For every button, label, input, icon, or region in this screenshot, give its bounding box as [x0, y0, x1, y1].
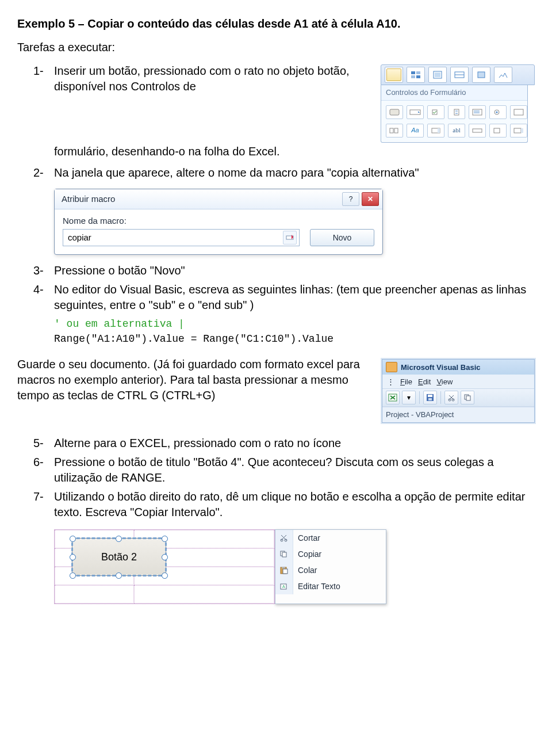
step-4-text: No editor do Visual Basic, escreva as se… — [54, 282, 535, 313]
svg-rect-0 — [411, 71, 415, 74]
svg-rect-39 — [282, 552, 286, 557]
form-control-spin-icon[interactable] — [448, 105, 465, 119]
form-control-r2-1[interactable] — [386, 124, 403, 138]
form-control-label-icon[interactable]: Aa — [407, 124, 424, 138]
svg-rect-13 — [473, 109, 482, 115]
vba-menubar[interactable]: ⋮ File Edit View — [382, 375, 534, 388]
svg-rect-3 — [416, 75, 420, 78]
code-cursor: | — [178, 318, 185, 330]
ribbon-icon-4[interactable] — [450, 67, 469, 83]
step-7-text: Utilizando o botão direito do rato, dê u… — [54, 489, 535, 520]
step-1b-text: formulário, desenhando-o na folha do Exc… — [54, 144, 535, 159]
form-control-list-icon[interactable] — [469, 105, 486, 119]
ribbon-icon-2[interactable] — [407, 67, 425, 83]
vba-project-pane-title: Project - VBAProject — [382, 407, 534, 422]
vba-window-title: Microsoft Visual Basic — [401, 362, 480, 373]
ribbon-icon-5[interactable] — [472, 67, 490, 83]
svg-rect-5 — [435, 72, 440, 77]
context-menu-item-label: Copiar — [293, 549, 326, 560]
context-menu-colar[interactable]: Colar — [275, 562, 386, 578]
vba-toolbar: ▾ — [382, 388, 534, 407]
form-control-check-icon[interactable] — [427, 105, 444, 119]
svg-rect-35 — [466, 396, 470, 400]
svg-rect-23 — [473, 129, 482, 132]
worksheet-button-label: Botão 2 — [101, 550, 137, 564]
step-3-num: 3- — [33, 263, 54, 278]
ribbon-icon-1[interactable] — [385, 67, 403, 83]
vba-window: Microsoft Visual Basic ⋮ File Edit View … — [382, 359, 535, 423]
vba-menu-bullet: ⋮ — [387, 377, 394, 387]
collapse-dialog-icon[interactable] — [283, 231, 297, 245]
macro-name-value: copiar — [68, 232, 91, 243]
svg-rect-31 — [428, 398, 432, 400]
svg-rect-24 — [494, 128, 500, 133]
form-control-group-icon[interactable] — [510, 105, 527, 119]
worksheet-button-shape[interactable]: Botão 2 — [72, 538, 166, 576]
step-5-text: Alterne para o EXCEL, pressionado com o … — [54, 436, 341, 451]
vba-code-snippet: ' ou em alternativa | Range("A1:A10").Va… — [54, 316, 535, 346]
step-7-num: 7- — [33, 489, 54, 520]
step-6-num: 6- — [33, 455, 54, 486]
paste-icon — [279, 566, 289, 575]
svg-rect-2 — [411, 75, 415, 78]
edit-text-icon: A — [279, 582, 289, 591]
svg-rect-41 — [282, 567, 285, 568]
svg-rect-8 — [478, 72, 485, 78]
form-control-r2-3[interactable] — [427, 124, 444, 138]
dialog-close-button[interactable]: ✕ — [362, 192, 379, 206]
step-6-text: Pressione o botão de titulo "Botão 4". Q… — [54, 455, 535, 486]
svg-rect-18 — [514, 109, 523, 115]
svg-rect-9 — [390, 109, 399, 115]
copy-icon — [279, 549, 289, 559]
ribbon-icon-3[interactable] — [428, 67, 447, 83]
vba-cut-icon[interactable] — [444, 391, 458, 404]
excel-switch-icon[interactable] — [386, 391, 400, 404]
vba-menu-edit[interactable]: Edit — [418, 377, 431, 387]
novo-button[interactable]: Novo — [310, 229, 374, 246]
form-control-button-icon[interactable] — [386, 105, 403, 119]
step-5-num: 5- — [33, 436, 54, 451]
ribbon-row — [381, 64, 535, 85]
form-control-r2-6[interactable] — [489, 124, 507, 138]
form-control-combo-icon[interactable] — [407, 105, 424, 119]
svg-point-17 — [496, 111, 497, 113]
vba-toolbar-drop[interactable]: ▾ — [402, 391, 416, 404]
excel-worksheet-sample: Botão 2 — [54, 529, 275, 604]
context-menu-editar-texto[interactable]: A Editar Texto — [275, 578, 386, 594]
svg-rect-30 — [428, 395, 432, 397]
vba-logo-icon — [386, 362, 397, 372]
dialog-help-button[interactable]: ? — [342, 192, 359, 206]
svg-rect-22 — [438, 128, 440, 133]
assign-macro-dialog: Atribuir macro ? ✕ Nome da macro: copiar… — [54, 189, 383, 255]
svg-rect-20 — [394, 128, 398, 133]
gallery-title: Controlos do Formulário — [381, 85, 527, 101]
step-3-text: Pressione o botão "Novo" — [54, 263, 185, 278]
step-1-text: Inserir um botão, pressionado com o rato… — [54, 63, 374, 94]
step-2-num: 2- — [33, 165, 54, 181]
macro-name-input[interactable]: copiar — [63, 229, 300, 246]
vba-copy-icon[interactable] — [461, 391, 474, 404]
step-1-num: 1- — [33, 63, 54, 94]
form-control-r2-5[interactable] — [469, 124, 486, 138]
tasks-intro: Tarefas a executar: — [17, 40, 535, 55]
form-controls-gallery: Controlos do Formulário Aa abl — [381, 64, 535, 143]
step-4-num: 4- — [33, 282, 54, 313]
vba-save-icon[interactable] — [423, 391, 437, 404]
svg-rect-12 — [454, 109, 459, 115]
svg-rect-26 — [521, 128, 523, 133]
macro-name-label: Nome da macro: — [63, 215, 374, 227]
cut-icon — [279, 533, 289, 543]
svg-rect-1 — [416, 71, 420, 74]
svg-rect-19 — [390, 128, 393, 133]
dialog-title: Atribuir macro — [62, 193, 115, 205]
svg-rect-42 — [283, 569, 288, 574]
context-menu: Cortar Copiar Colar A Editar Texto — [275, 529, 386, 604]
vba-menu-view[interactable]: View — [436, 377, 453, 387]
context-menu-cortar[interactable]: Cortar — [275, 530, 386, 546]
form-control-r2-7[interactable] — [510, 124, 527, 138]
form-control-textbox-icon[interactable]: abl — [448, 124, 465, 138]
context-menu-copiar[interactable]: Copiar — [275, 546, 386, 562]
form-control-option-icon[interactable] — [489, 105, 507, 119]
ribbon-icon-6[interactable] — [494, 67, 512, 83]
vba-menu-file[interactable]: File — [400, 377, 412, 387]
